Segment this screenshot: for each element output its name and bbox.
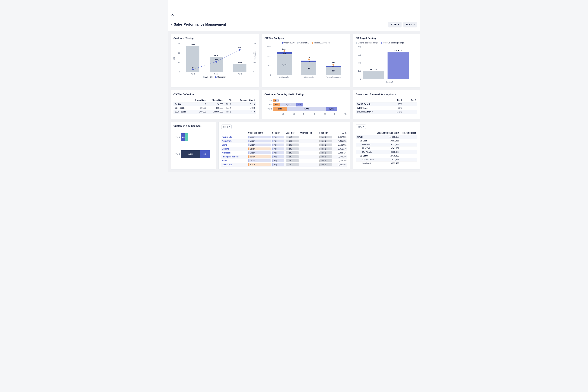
svg-text:2K: 2K	[293, 113, 295, 115]
logo-icon	[171, 13, 174, 17]
svg-text:4K: 4K	[313, 113, 315, 115]
table-row[interactable]: US East19,683,455	[356, 139, 417, 143]
table-row[interactable]: MicrosoftGreenKeyTier 1Tier 12,833,728	[221, 151, 347, 155]
legend-item: Customers	[215, 76, 226, 78]
table-row: % ARR Growth15%	[356, 102, 417, 106]
table-row[interactable]: Fannie MaeYellowKeyTier 1Tier 12,690,803	[221, 163, 347, 167]
svg-text:1000: 1000	[267, 55, 271, 57]
svg-text:200: 200	[358, 62, 361, 64]
svg-text:400: 400	[253, 62, 256, 64]
svg-text:0: 0	[179, 71, 180, 73]
svg-text:Tier 1: Tier 1	[176, 136, 180, 138]
tier-selector[interactable]: Tier 1▾	[356, 124, 366, 129]
card-title: Customer Count by Health Rating	[265, 93, 347, 96]
svg-text:Tier 1: Tier 1	[191, 73, 195, 75]
table-row[interactable]: Northeast10,233,466	[356, 143, 417, 146]
svg-text:1,554: 1,554	[286, 104, 290, 106]
card-cs-target: CS Target Setting Expand Bookings Target…	[353, 34, 420, 88]
svg-text:300: 300	[358, 54, 361, 56]
chart-cs-tier-analysis: 050010001500 1,1001101,21070070770440444…	[265, 45, 347, 80]
svg-rect-99	[185, 133, 188, 141]
svg-text:25: 25	[178, 62, 180, 64]
table-row[interactable]: Mid-Atlantic3,308,028	[356, 150, 417, 154]
card-assumptions: Growth and Renewal Assumptions Tier 1Tie…	[353, 90, 420, 119]
title-bar: ‹ Sales Performance Management FY25 ▾ Ba…	[168, 19, 420, 31]
table-row[interactable]: New York6,141,961	[356, 146, 417, 150]
table-row: % RR Target90%	[356, 106, 417, 110]
chart-cs-target: 0100200300400 96.09 M334.30 M Series 1	[356, 45, 417, 84]
svg-text:334.30 M: 334.30 M	[394, 50, 402, 52]
table-row: 200K - 100M200,000100,000,000Tier 1670	[174, 110, 256, 114]
svg-text:500: 500	[268, 65, 271, 66]
svg-text:$M: $M	[174, 57, 175, 60]
svg-text:CS Generalist: CS Generalist	[303, 76, 314, 78]
svg-text:1,210: 1,210	[282, 48, 286, 50]
svg-text:432: 432	[215, 59, 218, 60]
svg-text:Tier 2: Tier 2	[176, 153, 180, 155]
tier-selector[interactable]: Tier 1▾	[221, 124, 232, 129]
app-header	[168, 11, 420, 19]
svg-text:1,896: 1,896	[188, 153, 193, 155]
svg-rect-35	[283, 50, 285, 52]
chart-customer-tiering: $M Customers 0255075 04008001200 68 M40 …	[174, 42, 256, 76]
svg-text:3,773: 3,773	[304, 108, 309, 110]
legend-item: Expand Bookings Target	[356, 42, 378, 44]
card-cs-tier-analysis: CS Tier Analysis Open REQs Current HC To…	[262, 34, 350, 88]
svg-text:68 M: 68 M	[191, 44, 195, 46]
legend-item: Open REQs	[282, 42, 294, 44]
table-row[interactable]: Principal FinancialYellowKeyTier 1Tier 1…	[221, 155, 347, 159]
svg-text:0: 0	[253, 71, 254, 73]
legend-item: ARR $M	[203, 76, 212, 78]
chart-health-rating: Tier 1325273Tier 26981,554609Tier 31,356…	[265, 98, 347, 116]
table-row[interactable]: MerckGreenKeyTier 1Tier 12,719,259	[221, 159, 347, 163]
table-row[interactable]: AMER54,965,082	[356, 135, 417, 139]
back-icon[interactable]: ‹	[171, 23, 172, 26]
customer-table: Customer HealthSegmentBase TierOverride …	[221, 131, 347, 167]
chevron-down-icon: ▾	[363, 126, 364, 128]
svg-text:770: 770	[307, 56, 310, 58]
svg-text:609: 609	[298, 104, 301, 106]
svg-text:96.09 M: 96.09 M	[370, 69, 377, 71]
chart-segment: Tier 1429Tier 21,896963	[174, 130, 213, 160]
region-table: Expand Bookings TargetRenewal Target AME…	[356, 131, 417, 165]
svg-text:935: 935	[238, 47, 241, 49]
svg-text:700: 700	[307, 68, 310, 70]
chevron-down-icon: ▾	[414, 24, 414, 26]
card-title: CS Target Setting	[356, 37, 417, 40]
svg-text:963: 963	[203, 153, 206, 155]
svg-text:5K: 5K	[324, 113, 326, 115]
table-row[interactable]: NordstromGreenKeyTier 1Tier 14,806,182	[221, 139, 347, 143]
svg-text:Tier 2: Tier 2	[214, 73, 218, 75]
table-row[interactable]: Pacific LifeGreenKeyTier 1Tier 16,467,93…	[221, 135, 347, 139]
svg-text:Series 1: Series 1	[386, 81, 393, 83]
svg-text:75: 75	[178, 43, 180, 44]
svg-text:0: 0	[270, 74, 271, 76]
chevron-down-icon: ▾	[398, 24, 399, 26]
table-row[interactable]: Atlantic Coast4,522,547	[356, 158, 417, 162]
period-value: FY25	[391, 23, 396, 26]
card-title: CS Tier Definition	[174, 93, 256, 96]
legend-item: Total HC Allocation	[312, 42, 330, 44]
card-title: Customer # by Segment	[174, 124, 213, 127]
svg-text:7K: 7K	[344, 113, 346, 115]
svg-text:698: 698	[275, 104, 278, 106]
svg-text:50: 50	[178, 52, 180, 54]
svg-text:800: 800	[253, 52, 256, 54]
table-row[interactable]: CignaGreenKeyTier 1Tier 13,502,092	[221, 143, 347, 147]
table-row[interactable]: CorningYellowKeyTier 1Tier 12,951,130	[221, 147, 347, 151]
svg-text:429: 429	[182, 136, 184, 138]
svg-text:Tier 3: Tier 3	[268, 108, 272, 110]
svg-text:484: 484	[332, 62, 335, 64]
period-selector[interactable]: FY25 ▾	[388, 22, 401, 28]
svg-text:70: 70	[308, 60, 310, 62]
table-row[interactable]: US South12,478,409	[356, 154, 417, 158]
svg-text:Tier 3: Tier 3	[238, 73, 242, 75]
table-row[interactable]: Southeast3,692,429	[356, 162, 417, 165]
svg-text:3K: 3K	[303, 113, 305, 115]
scenario-selector[interactable]: Base ▾	[403, 22, 417, 28]
scenario-value: Base	[406, 23, 412, 26]
svg-rect-63	[363, 71, 384, 79]
card-region-table: Tier 1▾ Expand Bookings TargetRenewal Ta…	[353, 122, 420, 170]
svg-text:0: 0	[272, 113, 273, 115]
svg-text:21 M: 21 M	[238, 62, 242, 64]
